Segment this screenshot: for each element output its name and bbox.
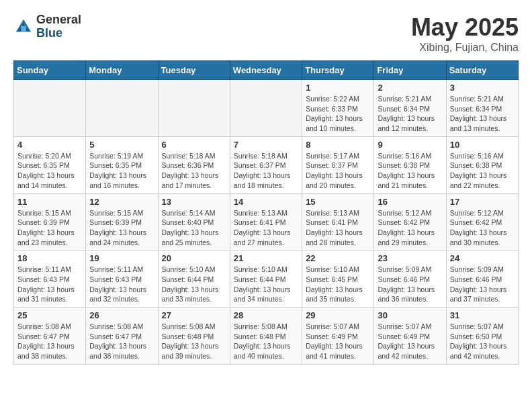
calendar-cell: 2Sunrise: 5:21 AM Sunset: 6:34 PM Daylig… xyxy=(374,80,446,137)
day-info: Sunrise: 5:22 AM Sunset: 6:33 PM Dayligh… xyxy=(306,94,370,134)
calendar-cell xyxy=(14,80,86,137)
logo-icon xyxy=(13,17,34,37)
day-number: 23 xyxy=(378,253,442,263)
day-number: 18 xyxy=(17,253,82,263)
logo-blue: Blue xyxy=(36,27,81,40)
calendar-cell: 21Sunrise: 5:10 AM Sunset: 6:44 PM Dayli… xyxy=(230,250,302,308)
calendar-cell: 13Sunrise: 5:14 AM Sunset: 6:40 PM Dayli… xyxy=(158,193,230,250)
calendar-cell: 27Sunrise: 5:08 AM Sunset: 6:48 PM Dayli… xyxy=(158,308,230,365)
day-number: 16 xyxy=(378,197,442,207)
col-sunday: Sunday xyxy=(14,61,86,80)
calendar-cell: 17Sunrise: 5:12 AM Sunset: 6:42 PM Dayli… xyxy=(446,193,518,250)
day-info: Sunrise: 5:09 AM Sunset: 6:46 PM Dayligh… xyxy=(378,265,442,304)
day-number: 7 xyxy=(234,140,298,150)
day-number: 26 xyxy=(89,310,154,320)
col-saturday: Saturday xyxy=(446,61,518,80)
calendar-cell: 22Sunrise: 5:10 AM Sunset: 6:45 PM Dayli… xyxy=(302,250,374,308)
calendar-cell: 15Sunrise: 5:13 AM Sunset: 6:41 PM Dayli… xyxy=(302,193,374,250)
page-header: General Blue May 2025 Xibing, Fujian, Ch… xyxy=(13,13,519,54)
day-info: Sunrise: 5:07 AM Sunset: 6:49 PM Dayligh… xyxy=(378,322,442,361)
day-info: Sunrise: 5:08 AM Sunset: 6:47 PM Dayligh… xyxy=(17,322,82,361)
day-number: 2 xyxy=(378,83,442,93)
day-number: 21 xyxy=(234,253,298,263)
day-number: 31 xyxy=(450,310,515,320)
calendar-cell: 5Sunrise: 5:19 AM Sunset: 6:35 PM Daylig… xyxy=(86,136,158,193)
day-info: Sunrise: 5:11 AM Sunset: 6:43 PM Dayligh… xyxy=(17,265,82,304)
calendar-cell: 7Sunrise: 5:18 AM Sunset: 6:37 PM Daylig… xyxy=(230,136,302,193)
day-number: 13 xyxy=(162,197,226,207)
calendar-week-2: 4Sunrise: 5:20 AM Sunset: 6:35 PM Daylig… xyxy=(14,136,519,193)
day-info: Sunrise: 5:17 AM Sunset: 6:37 PM Dayligh… xyxy=(306,151,370,191)
calendar-cell: 20Sunrise: 5:10 AM Sunset: 6:44 PM Dayli… xyxy=(158,250,230,308)
logo-general: General xyxy=(36,13,81,27)
day-info: Sunrise: 5:15 AM Sunset: 6:39 PM Dayligh… xyxy=(89,208,154,248)
col-friday: Friday xyxy=(374,61,446,80)
calendar-cell: 8Sunrise: 5:17 AM Sunset: 6:37 PM Daylig… xyxy=(302,136,374,193)
day-info: Sunrise: 5:09 AM Sunset: 6:46 PM Dayligh… xyxy=(450,265,515,304)
calendar-cell: 9Sunrise: 5:16 AM Sunset: 6:38 PM Daylig… xyxy=(374,136,446,193)
location: Xibing, Fujian, China xyxy=(411,42,519,54)
day-info: Sunrise: 5:21 AM Sunset: 6:34 PM Dayligh… xyxy=(450,94,515,134)
day-info: Sunrise: 5:19 AM Sunset: 6:35 PM Dayligh… xyxy=(89,151,154,191)
day-info: Sunrise: 5:07 AM Sunset: 6:49 PM Dayligh… xyxy=(306,322,370,361)
day-info: Sunrise: 5:08 AM Sunset: 6:48 PM Dayligh… xyxy=(234,322,298,361)
day-info: Sunrise: 5:10 AM Sunset: 6:44 PM Dayligh… xyxy=(234,265,298,304)
day-number: 6 xyxy=(162,140,226,150)
calendar-cell: 12Sunrise: 5:15 AM Sunset: 6:39 PM Dayli… xyxy=(86,193,158,250)
day-info: Sunrise: 5:18 AM Sunset: 6:37 PM Dayligh… xyxy=(234,151,298,191)
calendar-cell: 24Sunrise: 5:09 AM Sunset: 6:46 PM Dayli… xyxy=(446,250,518,308)
calendar-cell xyxy=(158,80,230,137)
day-number: 22 xyxy=(306,253,370,263)
calendar-cell: 3Sunrise: 5:21 AM Sunset: 6:34 PM Daylig… xyxy=(446,80,518,137)
col-thursday: Thursday xyxy=(302,61,374,80)
day-info: Sunrise: 5:18 AM Sunset: 6:36 PM Dayligh… xyxy=(162,151,226,191)
day-info: Sunrise: 5:21 AM Sunset: 6:34 PM Dayligh… xyxy=(378,94,442,134)
calendar-cell: 10Sunrise: 5:16 AM Sunset: 6:38 PM Dayli… xyxy=(446,136,518,193)
day-info: Sunrise: 5:12 AM Sunset: 6:42 PM Dayligh… xyxy=(378,208,442,248)
day-number: 4 xyxy=(17,140,82,150)
calendar-cell xyxy=(230,80,302,137)
calendar-cell: 28Sunrise: 5:08 AM Sunset: 6:48 PM Dayli… xyxy=(230,308,302,365)
day-number: 27 xyxy=(162,310,226,320)
day-number: 3 xyxy=(450,83,515,93)
day-info: Sunrise: 5:13 AM Sunset: 6:41 PM Dayligh… xyxy=(306,208,370,248)
day-info: Sunrise: 5:10 AM Sunset: 6:44 PM Dayligh… xyxy=(162,265,226,304)
day-info: Sunrise: 5:20 AM Sunset: 6:35 PM Dayligh… xyxy=(17,151,82,191)
month-year: May 2025 xyxy=(411,13,519,42)
calendar-week-4: 18Sunrise: 5:11 AM Sunset: 6:43 PM Dayli… xyxy=(14,250,519,308)
calendar-week-1: 1Sunrise: 5:22 AM Sunset: 6:33 PM Daylig… xyxy=(14,80,519,137)
day-number: 20 xyxy=(162,253,226,263)
day-number: 1 xyxy=(306,83,370,93)
calendar-cell: 18Sunrise: 5:11 AM Sunset: 6:43 PM Dayli… xyxy=(14,250,86,308)
day-info: Sunrise: 5:15 AM Sunset: 6:39 PM Dayligh… xyxy=(17,208,82,248)
col-monday: Monday xyxy=(86,61,158,80)
calendar-cell: 25Sunrise: 5:08 AM Sunset: 6:47 PM Dayli… xyxy=(14,308,86,365)
calendar-cell: 16Sunrise: 5:12 AM Sunset: 6:42 PM Dayli… xyxy=(374,193,446,250)
svg-rect-2 xyxy=(21,26,26,32)
day-number: 28 xyxy=(234,310,298,320)
day-number: 5 xyxy=(89,140,154,150)
day-number: 11 xyxy=(17,197,82,207)
logo-text: General Blue xyxy=(36,13,81,40)
day-number: 10 xyxy=(450,140,515,150)
calendar-cell: 30Sunrise: 5:07 AM Sunset: 6:49 PM Dayli… xyxy=(374,308,446,365)
calendar-header: Sunday Monday Tuesday Wednesday Thursday… xyxy=(14,61,519,80)
day-info: Sunrise: 5:07 AM Sunset: 6:50 PM Dayligh… xyxy=(450,322,515,361)
calendar-cell: 23Sunrise: 5:09 AM Sunset: 6:46 PM Dayli… xyxy=(374,250,446,308)
calendar-cell: 29Sunrise: 5:07 AM Sunset: 6:49 PM Dayli… xyxy=(302,308,374,365)
day-number: 19 xyxy=(89,253,154,263)
logo: General Blue xyxy=(13,13,81,40)
calendar-table: Sunday Monday Tuesday Wednesday Thursday… xyxy=(13,60,519,365)
calendar-week-3: 11Sunrise: 5:15 AM Sunset: 6:39 PM Dayli… xyxy=(14,193,519,250)
day-number: 29 xyxy=(306,310,370,320)
calendar-cell: 4Sunrise: 5:20 AM Sunset: 6:35 PM Daylig… xyxy=(14,136,86,193)
day-number: 12 xyxy=(89,197,154,207)
calendar-cell: 6Sunrise: 5:18 AM Sunset: 6:36 PM Daylig… xyxy=(158,136,230,193)
day-info: Sunrise: 5:12 AM Sunset: 6:42 PM Dayligh… xyxy=(450,208,515,248)
day-info: Sunrise: 5:13 AM Sunset: 6:41 PM Dayligh… xyxy=(234,208,298,248)
calendar-cell: 19Sunrise: 5:11 AM Sunset: 6:43 PM Dayli… xyxy=(86,250,158,308)
day-info: Sunrise: 5:16 AM Sunset: 6:38 PM Dayligh… xyxy=(450,151,515,191)
day-number: 24 xyxy=(450,253,515,263)
title-block: May 2025 Xibing, Fujian, China xyxy=(411,13,519,54)
calendar-cell xyxy=(86,80,158,137)
